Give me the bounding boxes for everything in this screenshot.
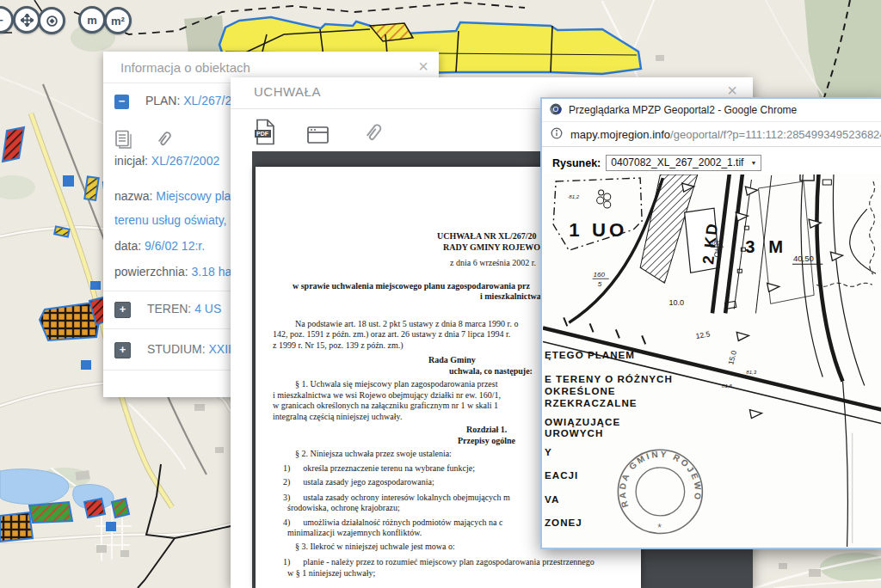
open-window-icon[interactable] (306, 125, 330, 149)
svg-text:81,6: 81,6 (722, 383, 732, 389)
nazwa-link-line2[interactable]: terenu usług oświaty, sp (114, 213, 243, 227)
plan-tools-row (114, 129, 193, 152)
legend-line: RZEKRACZALNE (545, 398, 638, 408)
page-info-icon[interactable] (551, 127, 563, 142)
legend-line: EACJI (545, 470, 578, 481)
legend-line: ĘTEGO PLANEM (545, 351, 635, 361)
locate-button[interactable] (38, 7, 65, 34)
measure-length-glyph: m (87, 14, 97, 27)
expand-studium-button[interactable]: + (114, 342, 131, 358)
zone-label-1uo: 1 UO (569, 219, 627, 241)
uchwala-attachment-icon[interactable] (363, 121, 384, 149)
doc-line: 1) planie - należy przez to rozumieć mie… (273, 557, 632, 568)
zone-label-3m: 3 M (745, 237, 787, 256)
attachment-icon[interactable] (155, 129, 174, 152)
info-panel-close-icon[interactable]: × (418, 57, 428, 77)
legend-line: E TERENY O RÓŻNYCH (545, 374, 673, 384)
powierzchnia-label: powierzchnia: (114, 265, 188, 279)
collapse-plan-button[interactable]: − (114, 95, 129, 109)
measure-length-button[interactable]: m (78, 6, 106, 34)
svg-text:10.0: 10.0 (668, 298, 684, 307)
data-label: data: (114, 239, 141, 253)
studium-label: STUDIUM: (147, 342, 206, 356)
rysunek-select[interactable]: 0407082_XL_267_2002_1.tif ▼ (606, 155, 761, 171)
dropdown-arrow-icon: ▼ (750, 160, 756, 166)
doc-line: w § 1 niniejszej uchwały; (273, 568, 632, 579)
chrome-window-title: Przeglądarka MPZP Geoportal2 - Google Ch… (569, 104, 797, 116)
svg-text:81,3: 81,3 (746, 370, 756, 375)
url-path: /geoportal/f?p=111:112:2854993495236824:… (670, 128, 881, 141)
legend-line: UROWYCH (545, 428, 603, 438)
pdf-icon[interactable]: PDF (254, 119, 277, 149)
svg-text:160: 160 (711, 240, 720, 246)
locate-icon (46, 15, 59, 28)
svg-text:7: 7 (714, 248, 718, 254)
svg-text:40,50: 40,50 (793, 254, 814, 263)
powierzchnia-value[interactable]: 3.18 ha (192, 265, 232, 279)
legend-line: OWIĄZUJĄCE (545, 417, 620, 427)
legend-line: Y (545, 447, 552, 457)
teren-row: + TEREN: 4 US (114, 302, 221, 318)
svg-text:160: 160 (594, 271, 606, 279)
measure-area-button[interactable]: m² (104, 7, 132, 34)
legend-line: ZONEJ (545, 518, 582, 528)
teren-label: TEREN: (147, 302, 191, 315)
svg-text:5: 5 (598, 280, 602, 288)
measure-area-glyph: m² (111, 15, 125, 28)
chrome-urlbar[interactable]: mapy.mojregion.info/geoportal/f?p=111:11… (542, 122, 881, 147)
rysunek-label: Rysunek: (552, 157, 601, 169)
svg-text:·81,2: ·81,2 (567, 194, 579, 199)
geoportal-screen: { "map_toolbar": { "zoom_out_label": "−"… (0, 0, 881, 588)
info-panel-title: Informacja o obiektach (120, 60, 250, 75)
pan-icon (21, 14, 34, 27)
nazwa-label: nazwa: (114, 189, 152, 203)
teren-link[interactable]: 4 US (194, 302, 221, 315)
url-host: mapy.mojregion.info (570, 128, 670, 141)
uchwala-title: UCHWAŁA (254, 84, 321, 99)
plan-label: PLAN: (145, 94, 180, 107)
rysunek-row: Rysunek: 0407082_XL_267_2002_1.tif ▼ (542, 147, 881, 171)
rysunek-selected-value: 0407082_XL_267_2002_1.tif (611, 156, 743, 168)
inicjal-link[interactable]: XL/267/2002 (151, 154, 219, 168)
legend-line: VA (545, 494, 559, 505)
chrome-window: Przeglądarka MPZP Geoportal2 - Google Ch… (540, 97, 881, 549)
nazwa-link-line1[interactable]: Miejscowy pla (156, 189, 231, 203)
legend-line: OKREŚLONE (545, 386, 616, 396)
chrome-titlebar[interactable]: Przeglądarka MPZP Geoportal2 - Google Ch… (542, 99, 881, 122)
plan-scan: 1 UO 2 KD 3 M 160 5 10.0 12.5 15.0 40,50… (543, 175, 881, 547)
zoom-out-glyph: − (0, 14, 3, 27)
expand-teren-button[interactable]: + (114, 302, 131, 318)
plan-row: − PLAN: XL/267/200 (114, 94, 245, 109)
svg-text:PDF: PDF (256, 131, 269, 137)
uchwala-toolbar: PDF (254, 119, 403, 148)
stamp-star: * (657, 522, 662, 534)
document-icon[interactable] (114, 130, 132, 152)
data-value[interactable]: 9/6/02 12:r. (145, 239, 205, 253)
chrome-logo-icon (550, 103, 562, 118)
inicjal-label: inicjał: (114, 154, 148, 168)
pan-button[interactable] (13, 6, 40, 34)
